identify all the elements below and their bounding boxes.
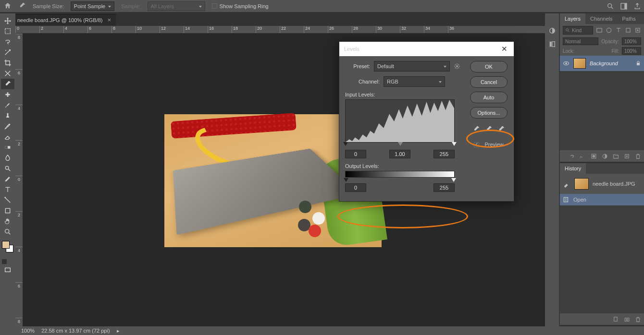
preset-select[interactable]: Default (374, 61, 450, 72)
fx-icon[interactable]: fx (580, 153, 586, 159)
eyedrop-tool[interactable] (1, 79, 14, 89)
hand-tool[interactable] (1, 216, 14, 227)
input-white-field[interactable]: 255 (433, 150, 455, 158)
blend-mode-select[interactable]: Normal (563, 37, 598, 45)
group-icon[interactable] (613, 153, 619, 159)
layers-tab[interactable]: Layers (560, 13, 585, 24)
svg-rect-2 (624, 3, 627, 9)
doc-dimensions[interactable]: 22.58 cm x 13.97 cm (72 ppi) (41, 328, 110, 334)
svg-point-39 (626, 319, 628, 320)
document-tab[interactable]: needle board.JPG @ 100% (RGB/8) × (12, 14, 116, 25)
history-step-open[interactable]: Open (560, 194, 644, 205)
gradient-tool[interactable] (1, 142, 14, 153)
channel-select[interactable]: RGB (384, 76, 445, 87)
lasso-tool[interactable] (1, 36, 14, 47)
shape-tool[interactable] (1, 205, 14, 216)
magic-tool[interactable] (1, 47, 14, 58)
status-bar: 100% 22.58 cm x 13.97 cm (72 ppi) ▸ (0, 326, 644, 335)
path-tool[interactable] (1, 195, 14, 205)
brush-tool[interactable] (1, 100, 14, 110)
white-eyedropper-icon[interactable] (497, 125, 505, 133)
svg-point-21 (607, 28, 611, 32)
sample-size-select[interactable]: Point Sample (71, 1, 114, 11)
layer-row-background[interactable]: Background (560, 56, 644, 71)
input-sliders[interactable] (345, 142, 455, 148)
new-snapshot-icon[interactable] (624, 316, 630, 323)
filter-smart-icon[interactable] (634, 27, 641, 34)
layer-filter-search[interactable]: Kind (563, 26, 593, 35)
svg-text:fx: fx (580, 155, 583, 158)
filter-type-icon[interactable] (615, 27, 622, 34)
adjustments-panel-icon[interactable] (548, 27, 556, 35)
dodge-tool[interactable] (1, 163, 14, 174)
preset-gear-icon[interactable] (454, 63, 460, 70)
eraser-tool[interactable] (1, 132, 14, 142)
paths-tab[interactable]: Paths (618, 13, 641, 24)
filter-adjustment-icon[interactable] (606, 27, 612, 34)
channels-tab[interactable]: Channels (585, 13, 617, 24)
input-mid-field[interactable]: 1.00 (389, 150, 410, 158)
adjustment-layer-icon[interactable] (602, 153, 608, 159)
color-swatches[interactable] (1, 240, 14, 254)
options-button[interactable]: Options... (470, 107, 508, 119)
marquee-tool[interactable] (1, 26, 14, 36)
history-snapshot-thumbnail[interactable] (574, 178, 589, 190)
share-icon[interactable] (633, 2, 641, 10)
tool-bar (0, 13, 15, 335)
history-brush-tool[interactable] (1, 121, 14, 132)
search-icon[interactable] (607, 2, 614, 10)
zoom-tool[interactable] (1, 227, 14, 237)
svg-rect-14 (5, 268, 11, 272)
sample-label: Sample: (121, 3, 140, 9)
visibility-icon[interactable] (563, 60, 570, 67)
new-layer-icon[interactable] (624, 153, 630, 159)
gray-eyedropper-icon[interactable] (485, 125, 493, 133)
stamp-tool[interactable] (1, 110, 14, 121)
type-tool[interactable] (1, 184, 14, 195)
output-white-field[interactable]: 255 (433, 183, 455, 192)
eyedropper-tool-icon[interactable] (18, 2, 26, 11)
mask-icon[interactable] (591, 153, 597, 159)
layer-thumbnail (573, 58, 586, 69)
svg-rect-18 (552, 42, 555, 47)
opacity-field[interactable]: 100% (622, 37, 641, 45)
healing-tool[interactable] (1, 89, 14, 100)
input-black-field[interactable]: 0 (345, 150, 366, 158)
sample-select: All Layers (148, 1, 205, 11)
auto-button[interactable]: Auto (470, 92, 508, 103)
filter-shape-icon[interactable] (625, 27, 632, 34)
status-chevron-icon[interactable]: ▸ (117, 328, 120, 334)
output-black-field[interactable]: 0 (345, 183, 366, 192)
black-eyedropper-icon[interactable] (472, 125, 480, 133)
home-button[interactable] (4, 2, 12, 11)
pen-tool[interactable] (1, 174, 14, 184)
new-document-from-state-icon[interactable] (613, 316, 619, 323)
cancel-button[interactable]: Cancel (470, 76, 508, 88)
delete-state-icon[interactable] (635, 316, 641, 323)
blur-tool[interactable] (1, 153, 14, 163)
filter-image-icon[interactable] (596, 27, 603, 34)
workspace-icon[interactable] (620, 2, 628, 10)
crop-tool[interactable] (1, 58, 14, 68)
trash-icon[interactable] (635, 153, 641, 159)
slice-tool[interactable] (1, 68, 14, 79)
lock-label: Lock: (563, 48, 574, 54)
open-file-icon (563, 196, 570, 203)
libraries-panel-icon[interactable] (548, 40, 556, 48)
svg-point-24 (637, 29, 639, 31)
screen-mode-icon[interactable] (1, 265, 14, 275)
output-gradient[interactable] (345, 171, 455, 178)
show-sampling-ring-checkbox[interactable]: Show Sampling Ring (212, 3, 269, 9)
move-tool[interactable] (1, 15, 14, 26)
svg-rect-38 (625, 318, 629, 321)
link-layers-icon[interactable] (569, 153, 575, 159)
history-tab[interactable]: History (560, 163, 586, 174)
zoom-display[interactable]: 100% (21, 328, 35, 334)
quick-mask-icon[interactable] (1, 254, 14, 265)
ok-button[interactable]: OK (470, 61, 508, 72)
dialog-close-icon[interactable]: ✕ (499, 45, 509, 53)
preview-checkbox[interactable]: Preview (474, 142, 503, 147)
close-tab-icon[interactable]: × (107, 16, 111, 24)
fill-field[interactable]: 100% (622, 47, 641, 55)
svg-point-10 (5, 166, 9, 169)
